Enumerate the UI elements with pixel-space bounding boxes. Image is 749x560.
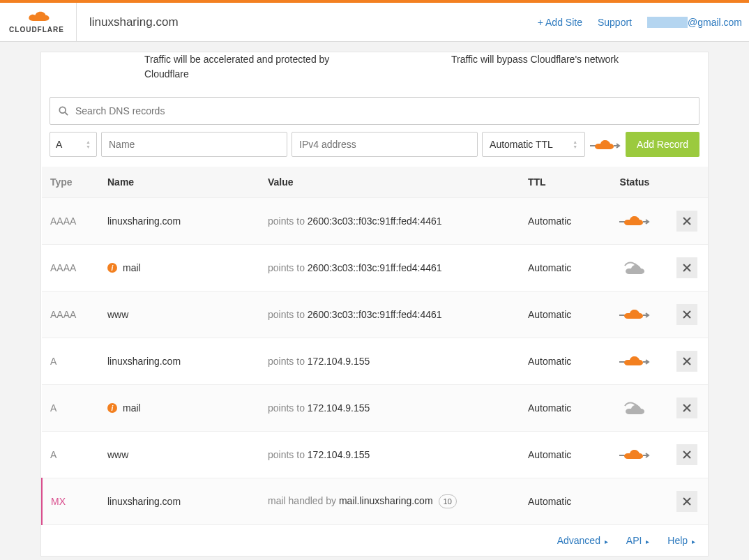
delete-record-button[interactable] [676, 491, 697, 512]
chevron-right-icon: ▸ [692, 538, 695, 545]
cell-value[interactable]: points to 172.104.9.155 [259, 338, 520, 385]
svg-point-0 [59, 107, 66, 113]
th-status: Status [603, 167, 666, 198]
cell-type: A [42, 432, 99, 478]
cell-value[interactable]: points to 2600:3c03::f03c:91ff:fed4:4461 [259, 198, 520, 245]
cell-ttl[interactable]: Automatic [520, 338, 603, 385]
close-icon [683, 497, 691, 506]
dns-records-table: Type Name Value TTL Status AAAAlinuxshar… [41, 167, 708, 525]
cell-name[interactable]: www [99, 432, 259, 478]
th-type: Type [42, 167, 99, 198]
close-icon [683, 404, 691, 412]
proxy-status-toggle[interactable] [603, 432, 666, 478]
warning-icon: i [107, 263, 117, 273]
close-icon [683, 264, 691, 272]
api-link[interactable]: API ▸ [626, 535, 649, 546]
proxy-status-toggle [603, 478, 666, 525]
warning-icon: i [107, 403, 117, 413]
table-row[interactable]: MXlinuxsharing.commail handled by mail.l… [42, 478, 708, 525]
help-link[interactable]: Help ▸ [667, 535, 695, 546]
table-row[interactable]: Aimailpoints to 172.104.9.155Automatic [42, 385, 708, 432]
cell-name[interactable]: linuxsharing.com [99, 478, 259, 525]
table-row[interactable]: AAAAimailpoints to 2600:3c03::f03c:91ff:… [42, 245, 708, 292]
global-header: CLOUDFLARE linuxsharing.com + Add Site S… [0, 3, 749, 42]
cell-name[interactable]: www [99, 292, 259, 338]
cell-type: AAAA [42, 245, 99, 292]
proxy-status-toggle[interactable] [603, 338, 666, 385]
cell-ttl[interactable]: Automatic [520, 245, 603, 292]
delete-record-button[interactable] [676, 398, 697, 418]
cell-name[interactable]: linuxsharing.com [99, 198, 259, 245]
th-value: Value [259, 167, 520, 198]
stepper-icon: ▲▼ [86, 139, 91, 149]
cloudflare-cloud-icon [22, 10, 52, 24]
cell-name[interactable]: imail [99, 245, 259, 292]
add-site-link[interactable]: + Add Site [538, 17, 582, 28]
cell-ttl[interactable]: Automatic [520, 385, 603, 432]
close-icon [683, 357, 691, 365]
search-icon [59, 106, 68, 116]
cell-value[interactable]: points to 2600:3c03::f03c:91ff:fed4:4461 [259, 245, 520, 292]
proxy-toggle-new[interactable] [589, 137, 621, 152]
proxy-status-toggle[interactable] [603, 292, 666, 338]
th-ttl: TTL [520, 167, 603, 198]
cell-ttl[interactable]: Automatic [520, 198, 603, 245]
cell-ttl[interactable]: Automatic [520, 432, 603, 478]
search-dns-input[interactable] [68, 105, 690, 116]
record-type-select[interactable]: A ▲▼ [50, 132, 97, 157]
record-name-input[interactable] [109, 139, 280, 150]
proxy-status-toggle[interactable] [603, 245, 666, 292]
advanced-link[interactable]: Advanced ▸ [557, 535, 608, 546]
breadcrumb-domain[interactable]: linuxsharing.com [77, 15, 538, 29]
cell-type: AAAA [42, 198, 99, 245]
cell-ttl[interactable]: Automatic [520, 478, 603, 525]
table-row[interactable]: AAAAwwwpoints to 2600:3c03::f03c:91ff:fe… [42, 292, 708, 338]
table-row[interactable]: AAAAlinuxsharing.compoints to 2600:3c03:… [42, 198, 708, 245]
cell-type: A [42, 338, 99, 385]
cell-name[interactable]: linuxsharing.com [99, 338, 259, 385]
cell-name[interactable]: imail [99, 385, 259, 432]
svg-line-1 [65, 112, 68, 115]
close-icon [683, 310, 691, 319]
table-row[interactable]: Awwwpoints to 172.104.9.155Automatic [42, 432, 708, 478]
proxy-status-toggle[interactable] [603, 198, 666, 245]
close-icon [683, 217, 691, 225]
search-dns-input-wrap[interactable] [50, 97, 699, 125]
record-ttl-select[interactable]: Automatic TTL ▲▼ [482, 132, 585, 157]
record-ttl-value: Automatic TTL [490, 139, 553, 150]
delete-record-button[interactable] [676, 444, 697, 465]
priority-pill: 10 [439, 494, 457, 508]
add-record-button[interactable]: Add Record [626, 132, 699, 157]
info-bypass-text: Traffic will bypass Cloudflare's network [451, 52, 619, 82]
cell-value[interactable]: points to 2600:3c03::f03c:91ff:fed4:4461 [259, 292, 520, 338]
cell-ttl[interactable]: Automatic [520, 292, 603, 338]
cloudflare-wordmark: CLOUDFLARE [9, 26, 64, 33]
cell-type: A [42, 385, 99, 432]
cell-value[interactable]: points to 172.104.9.155 [259, 385, 520, 432]
table-row[interactable]: Alinuxsharing.compoints to 172.104.9.155… [42, 338, 708, 385]
info-proxied-text: Traffic will be accelerated and protecte… [144, 52, 354, 82]
th-name: Name [99, 167, 259, 198]
delete-record-button[interactable] [676, 304, 697, 325]
record-type-value: A [56, 139, 62, 150]
dns-card: Traffic will be accelerated and protecte… [40, 52, 709, 557]
proxy-status-toggle[interactable] [603, 385, 666, 432]
cell-type: AAAA [42, 292, 99, 338]
user-email-link[interactable]: xx@gmail.com [647, 17, 742, 28]
cell-value[interactable]: mail handled by mail.linuxsharing.com10 [259, 478, 520, 525]
chevron-right-icon: ▸ [646, 538, 649, 545]
stepper-icon: ▲▼ [573, 139, 577, 149]
delete-record-button[interactable] [676, 351, 697, 372]
chevron-right-icon: ▸ [605, 538, 608, 545]
record-value-input[interactable] [299, 139, 470, 150]
delete-record-button[interactable] [676, 257, 697, 278]
cell-type: MX [42, 478, 99, 525]
delete-record-button[interactable] [676, 211, 697, 232]
cell-value[interactable]: points to 172.104.9.155 [259, 432, 520, 478]
support-link[interactable]: Support [598, 17, 632, 28]
close-icon [683, 451, 691, 459]
cloudflare-logo[interactable]: CLOUDFLARE [0, 3, 77, 41]
